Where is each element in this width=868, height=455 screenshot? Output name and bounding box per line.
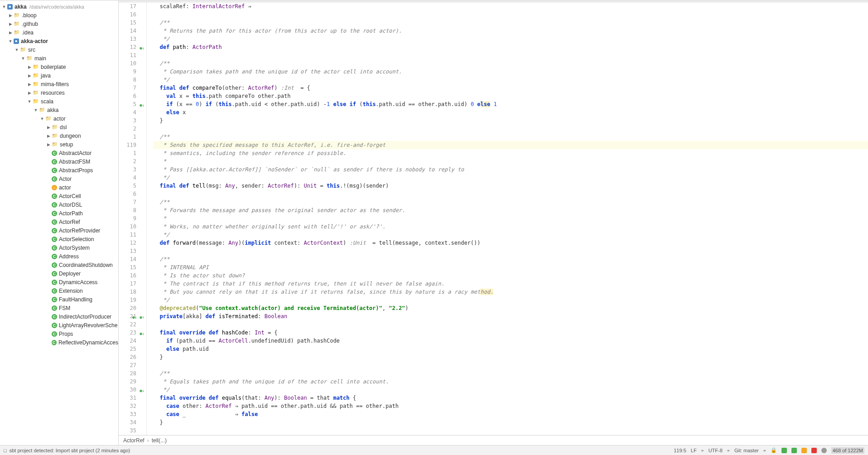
code-line[interactable] [153, 247, 868, 255]
tree-node-faulthandling[interactable]: FaultHandling [0, 295, 118, 304]
code-line[interactable]: * [153, 157, 868, 165]
tree-node-main[interactable]: main [0, 54, 118, 63]
line-number[interactable]: 15 [119, 263, 136, 271]
line-number[interactable]: 24 [119, 337, 136, 345]
code-line[interactable]: private[akka] def isTerminated: Boolean [153, 312, 868, 320]
code-line[interactable] [153, 426, 868, 435]
line-number[interactable]: 28 [119, 369, 136, 378]
tree-node-abstractactor[interactable]: AbstractActor [0, 149, 118, 157]
expand-arrow[interactable] [27, 65, 32, 69]
expand-arrow[interactable] [8, 22, 13, 26]
tree-node-akka[interactable]: akka [0, 106, 118, 114]
expand-arrow[interactable] [40, 116, 44, 121]
code-line[interactable] [153, 320, 868, 329]
code-line[interactable]: /** [153, 198, 868, 206]
code-line[interactable]: final def compareTo(other: ActorRef) :In… [153, 84, 868, 92]
code-line[interactable]: * But you cannot rely on that it is aliv… [153, 288, 868, 296]
line-number[interactable]: 25 [119, 345, 136, 353]
code-line[interactable]: if (path.uid == ActorCell.undefinedUid) … [153, 337, 868, 345]
line-number[interactable]: 12●↓ [119, 43, 136, 51]
code-line[interactable]: * Works, no matter whether originally se… [153, 223, 868, 231]
line-number[interactable]: 7 [119, 198, 136, 206]
code-line[interactable]: if (x == 0) if (this.path.uid < other.pa… [153, 100, 868, 108]
tree-node-actorref[interactable]: ActorRef [0, 218, 118, 226]
code-line[interactable]: * INTERNAL API [153, 263, 868, 271]
git-branch[interactable]: Git: master [734, 448, 759, 453]
code-line[interactable]: /** [153, 255, 868, 263]
code-line[interactable]: } [153, 418, 868, 426]
status-indicator-1[interactable] [781, 448, 787, 453]
code-line[interactable]: */ [153, 231, 868, 239]
tree-node-mima-filters[interactable]: mima-filters [0, 80, 118, 88]
cursor-position[interactable]: 119:5 [674, 448, 686, 453]
code-line[interactable]: */ [153, 386, 868, 394]
line-number[interactable]: 10 [119, 59, 136, 68]
line-number[interactable]: 27 [119, 361, 136, 369]
code-line[interactable] [153, 51, 868, 59]
code-line[interactable]: /** [153, 133, 868, 141]
breadcrumb-method[interactable]: tell(...) [152, 437, 167, 444]
breadcrumb[interactable]: ActorRef › tell(...) [119, 435, 868, 445]
line-number[interactable]: 23●↓ [119, 329, 136, 337]
line-number[interactable]: 3 [119, 165, 136, 174]
tree-node-.idea[interactable]: .idea [0, 28, 118, 37]
code-line[interactable]: /** [153, 369, 868, 378]
expand-arrow[interactable] [14, 48, 19, 52]
tree-node-address[interactable]: Address [0, 252, 118, 261]
tree-node-abstractfsm[interactable]: AbstractFSM [0, 157, 118, 166]
line-number[interactable]: 20 [119, 304, 136, 312]
code-line[interactable]: * Is the actor shut down? [153, 271, 868, 280]
tree-node-reflectivedynamicacces[interactable]: ReflectiveDynamicAcces [0, 338, 118, 347]
line-number[interactable]: 16 [119, 10, 136, 19]
code-line[interactable]: def forward(message: Any)(implicit conte… [153, 239, 868, 247]
tree-node-actor[interactable]: actor [0, 114, 118, 123]
code-line[interactable]: final override def hashCode: Int = { [153, 329, 868, 337]
code-line[interactable]: @deprecated("Use context.watch(actor) an… [153, 304, 868, 312]
line-number[interactable]: 36●↓ ●↑ [119, 435, 136, 435]
tree-node-extension[interactable]: Extension [0, 286, 118, 295]
code-line[interactable]: * The contract is that if this method re… [153, 280, 868, 288]
line-number[interactable]: 21●↓ ●↑ [119, 312, 136, 320]
tree-node-props[interactable]: Props [0, 329, 118, 338]
tree-node-actorsystem[interactable]: ActorSystem [0, 243, 118, 252]
line-number[interactable]: 13 [119, 35, 136, 43]
expand-arrow[interactable] [27, 82, 32, 87]
tree-node-abstractprops[interactable]: AbstractProps [0, 166, 118, 174]
line-number[interactable]: 9 [119, 68, 136, 76]
tree-node-actorpath[interactable]: ActorPath [0, 209, 118, 218]
line-number[interactable]: 32 [119, 402, 136, 410]
line-number[interactable]: 1 [119, 133, 136, 141]
memory-indicator[interactable]: 468 of 1222M [831, 447, 864, 454]
tree-node-fsm[interactable]: FSM [0, 304, 118, 312]
code-line[interactable]: * Returns the path for this actor (from … [153, 27, 868, 35]
line-number[interactable]: 9 [119, 214, 136, 223]
status-indicator-3[interactable] [801, 448, 807, 453]
expand-arrow[interactable] [27, 73, 32, 78]
code-line[interactable]: */ [153, 296, 868, 304]
line-number[interactable]: 3 [119, 116, 136, 125]
line-number[interactable]: 35 [119, 426, 136, 435]
tree-node-scala[interactable]: scala [0, 97, 118, 106]
tree-node-.github[interactable]: .github [0, 19, 118, 28]
tree-node-setup[interactable]: setup [0, 140, 118, 149]
line-number[interactable]: 8 [119, 76, 136, 84]
line-number[interactable]: 2 [119, 157, 136, 165]
status-indicator-2[interactable] [791, 448, 797, 453]
code-line[interactable]: def path: ActorPath [153, 43, 868, 51]
code-line[interactable]: */ [153, 76, 868, 84]
code-line[interactable]: * Comparison takes path and the unique i… [153, 68, 868, 76]
tree-node-dynamicaccess[interactable]: DynamicAccess [0, 278, 118, 286]
line-number[interactable]: 4 [119, 174, 136, 182]
tree-node-deployer[interactable]: Deployer [0, 269, 118, 278]
code-line[interactable]: * [153, 214, 868, 223]
status-indicator-5[interactable] [821, 448, 827, 453]
code-line[interactable]: */ [153, 174, 868, 182]
expand-arrow[interactable] [46, 142, 51, 147]
line-number[interactable]: 17 [119, 280, 136, 288]
code-line[interactable]: final def tell(msg: Any, sender: ActorRe… [153, 182, 868, 190]
code-line[interactable]: */ [153, 35, 868, 43]
status-message[interactable]: sbt project detected: Import sbt project… [10, 448, 130, 453]
line-number[interactable]: 34 [119, 418, 136, 426]
expand-arrow[interactable] [27, 91, 32, 95]
line-number[interactable]: 7 [119, 84, 136, 92]
